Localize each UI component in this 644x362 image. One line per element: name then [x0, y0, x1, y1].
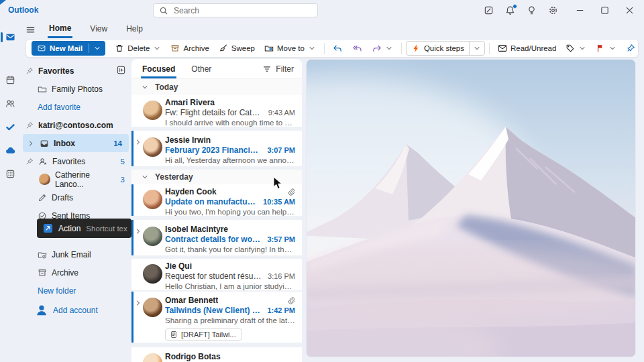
notifications-button[interactable] — [505, 5, 515, 15]
attachment-icon — [287, 297, 295, 305]
active-indicator — [1, 32, 3, 42]
chevron-down-icon — [153, 44, 161, 52]
forward-button[interactable] — [368, 42, 397, 56]
folder-favorites-people[interactable]: Favorites 5 — [20, 152, 131, 170]
avatar — [143, 298, 162, 317]
archive-icon — [38, 268, 47, 278]
folder-catherine[interactable]: Catherine Lanco... 3 — [20, 170, 131, 188]
tab-view[interactable]: View — [89, 22, 109, 37]
attachment-icon — [287, 188, 295, 196]
tab-home[interactable]: Home — [48, 21, 72, 38]
message-list-header: Focused Other Filter — [131, 59, 302, 79]
sweep-button[interactable]: Sweep — [215, 42, 259, 55]
person-add-icon — [35, 304, 48, 317]
delete-button[interactable]: Delete — [111, 42, 165, 55]
add-favorite-link[interactable]: Add favorite — [20, 98, 131, 116]
folder-inbox[interactable]: Inbox 14 — [23, 134, 129, 152]
move-to-button[interactable]: Move to — [260, 42, 320, 55]
separator — [401, 43, 402, 54]
new-folder-link[interactable]: New folder — [20, 282, 131, 300]
close-button[interactable] — [625, 5, 635, 15]
search-input[interactable] — [153, 3, 318, 17]
reply-all-button[interactable] — [348, 42, 366, 56]
unread-count: 14 — [113, 139, 122, 147]
tab-other[interactable]: Other — [190, 62, 213, 78]
collapse-folder-pane-button[interactable] — [116, 65, 126, 75]
rail-item-apps[interactable] — [0, 165, 20, 182]
inbox-icon — [40, 139, 49, 148]
expand-conversation-chevron[interactable] — [134, 299, 142, 307]
tips-button[interactable] — [527, 5, 537, 15]
settings-button[interactable] — [548, 5, 558, 15]
favorites-header[interactable]: Favorites — [20, 62, 131, 80]
search-box[interactable] — [153, 3, 318, 17]
rail-item-people[interactable] — [0, 95, 20, 112]
email-row[interactable]: Rodrigo Botas Final PTA Meeting!11:33 AM — [131, 347, 302, 362]
add-account-link[interactable]: Add account — [20, 300, 131, 321]
folder-junk[interactable]: Junk Email — [20, 245, 131, 263]
ribbon-toolbar: New Mail Delete Archive Sweep Move to Qu… — [25, 39, 639, 58]
calendar-icon — [5, 75, 15, 85]
new-mail-dropdown[interactable] — [89, 41, 105, 56]
unread-count: 3 — [121, 176, 125, 184]
account-header[interactable]: katri@contoso.com — [20, 116, 131, 134]
unread-count: 5 — [121, 158, 125, 166]
maximize-button[interactable] — [600, 5, 610, 15]
chevron-down-icon — [308, 44, 316, 52]
apps-grid-icon — [5, 169, 15, 179]
chevron-down-icon — [578, 44, 586, 52]
todo-check-icon — [5, 122, 15, 132]
folder-family-photos[interactable]: Family Photos — [20, 80, 131, 98]
envelope-icon — [498, 44, 507, 53]
email-row[interactable]: Amari Rivera Fw: Flight details for Cath… — [131, 95, 302, 127]
filter-button[interactable]: Filter — [262, 64, 294, 78]
avatar — [143, 137, 162, 157]
folder-pane: Favorites Family Photos Add favorite kat… — [20, 59, 131, 362]
minimize-button[interactable] — [575, 5, 585, 15]
expand-conversation-chevron[interactable] — [134, 138, 142, 146]
envelope-icon — [38, 44, 46, 52]
email-row[interactable]: Omar Bennett Tailwinds (New Client) Cont… — [131, 292, 302, 343]
rail-item-calendar[interactable] — [0, 71, 20, 88]
categorize-button[interactable] — [561, 42, 590, 55]
folder-archive[interactable]: Archive — [20, 263, 131, 282]
pin-button[interactable] — [622, 42, 639, 55]
title-bar: Outlook — [0, 0, 644, 20]
attachment-chip[interactable]: [DRAFT] Tailwi... — [165, 328, 242, 341]
email-row[interactable]: Jessie Irwin February 2023 Financial Res… — [131, 131, 302, 166]
tab-focused[interactable]: Focused — [141, 62, 176, 78]
expand-conversation-chevron[interactable] — [134, 227, 142, 235]
archive-button[interactable]: Archive — [166, 42, 213, 55]
email-row[interactable]: Isobel Macintyre Contract details for wo… — [131, 220, 302, 255]
reply-all-icon — [352, 44, 362, 54]
rail-item-onedrive[interactable] — [0, 141, 20, 159]
new-mail-button[interactable]: New Mail — [32, 41, 105, 56]
ribbon-tab-row: Home View Help — [25, 21, 160, 38]
reading-pane-wallpaper — [306, 59, 636, 357]
cloud-icon — [5, 145, 15, 156]
snooze-button[interactable] — [641, 42, 644, 55]
quick-steps-dropdown[interactable] — [469, 42, 484, 55]
folder-drafts[interactable]: Drafts — [20, 188, 131, 206]
chevron-down-icon — [141, 173, 149, 181]
chevron-right-icon[interactable] — [27, 139, 35, 147]
quick-steps-button[interactable]: Quick steps — [406, 41, 485, 56]
read-unread-button[interactable]: Read/Unread — [494, 42, 560, 55]
unread-indicator — [131, 220, 133, 255]
tag-icon — [566, 44, 575, 53]
email-row[interactable]: Jie Qui Request for student résumé revie… — [131, 259, 302, 290]
group-header-today[interactable]: Today — [131, 79, 302, 95]
tooltip-label: Action — [58, 224, 80, 233]
mountain-landscape-image — [307, 60, 636, 357]
hamburger-menu-button[interactable] — [25, 25, 36, 35]
new-note-button[interactable] — [484, 5, 494, 15]
message-list-pane: Focused Other Filter Today Amari Rivera … — [131, 59, 302, 362]
tab-help[interactable]: Help — [125, 22, 144, 37]
rail-item-mail[interactable] — [0, 28, 20, 46]
rail-item-todo[interactable] — [0, 118, 20, 135]
notification-badge — [513, 4, 517, 9]
reply-button[interactable] — [329, 42, 347, 56]
app-title: Outlook — [8, 5, 38, 15]
lightbulb-icon — [527, 5, 537, 15]
flag-button[interactable] — [592, 42, 621, 55]
